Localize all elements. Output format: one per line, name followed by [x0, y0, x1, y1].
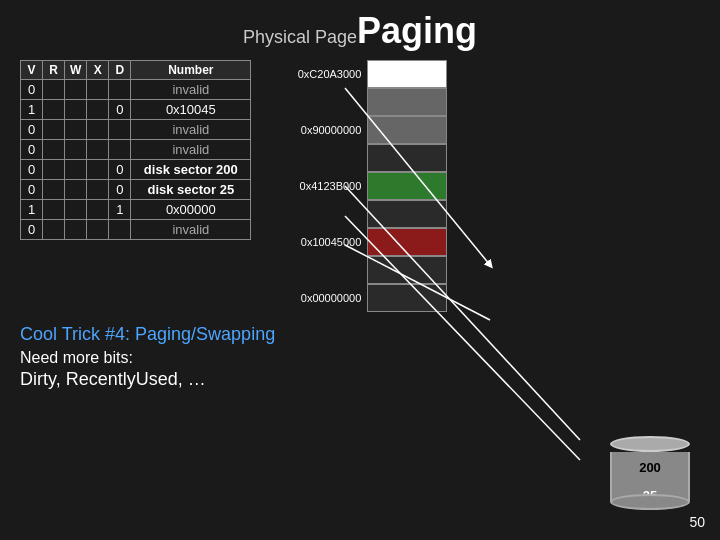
cell-v-6: 1	[21, 200, 43, 220]
col-header-number: Number	[131, 61, 251, 80]
cell-v-7: 0	[21, 220, 43, 240]
mem-block-3	[367, 144, 447, 172]
cell-r-3	[43, 140, 65, 160]
cell-v-0: 0	[21, 80, 43, 100]
bottom-section: Cool Trick #4: Paging/Swapping Need more…	[20, 324, 700, 390]
cylinder-section: 200 25	[610, 436, 690, 510]
memory-row: 0x4123B000	[271, 172, 447, 200]
dirty-line: Dirty, RecentlyUsed, …	[20, 369, 700, 390]
cell-w-4	[65, 160, 87, 180]
page-table-section: V R W X D Number 0invalid100x100450inval…	[20, 60, 251, 240]
page-number: 50	[689, 514, 705, 530]
cylinder: 200 25	[610, 436, 690, 510]
cell-number-7: invalid	[131, 220, 251, 240]
cell-v-3: 0	[21, 140, 43, 160]
cell-number-5: disk sector 25	[131, 180, 251, 200]
mem-block-8	[367, 284, 447, 312]
memory-row: 0xC20A3000	[271, 60, 447, 88]
mem-label-6: 0x10045000	[271, 236, 361, 248]
memory-row	[271, 88, 447, 116]
cell-x-4	[87, 160, 109, 180]
cell-d-2	[109, 120, 131, 140]
col-header-x: X	[87, 61, 109, 80]
mem-label-2: 0x90000000	[271, 124, 361, 136]
cell-number-3: invalid	[131, 140, 251, 160]
mem-block-0	[367, 60, 447, 88]
mem-block-6	[367, 228, 447, 256]
cell-d-1: 0	[109, 100, 131, 120]
mem-block-5	[367, 200, 447, 228]
memory-row	[271, 256, 447, 284]
cell-w-6	[65, 200, 87, 220]
memory-row: 0x00000000	[271, 284, 447, 312]
cylinder-top	[610, 436, 690, 452]
cell-d-4: 0	[109, 160, 131, 180]
cool-trick-line: Cool Trick #4: Paging/Swapping	[20, 324, 700, 345]
cell-d-5: 0	[109, 180, 131, 200]
cell-w-2	[65, 120, 87, 140]
cell-x-7	[87, 220, 109, 240]
cylinder-bottom	[610, 494, 690, 510]
cell-v-4: 0	[21, 160, 43, 180]
title-area: Physical PagePaging	[20, 10, 700, 52]
cell-r-0	[43, 80, 65, 100]
main-layout: V R W X D Number 0invalid100x100450inval…	[20, 60, 700, 312]
cell-number-6: 0x00000	[131, 200, 251, 220]
cool-trick-highlight: Paging/Swapping	[135, 324, 275, 344]
table-row: 110x00000	[21, 200, 251, 220]
cell-x-3	[87, 140, 109, 160]
cell-x-2	[87, 120, 109, 140]
cell-r-5	[43, 180, 65, 200]
table-row: 00disk sector 25	[21, 180, 251, 200]
memory-section: 0xC20A30000x900000000x4123B0000x10045000…	[271, 60, 447, 312]
table-row: 00disk sector 200	[21, 160, 251, 180]
cell-number-0: invalid	[131, 80, 251, 100]
cell-x-5	[87, 180, 109, 200]
table-row: 0invalid	[21, 120, 251, 140]
cell-d-3	[109, 140, 131, 160]
col-header-w: W	[65, 61, 87, 80]
cell-r-7	[43, 220, 65, 240]
cell-r-6	[43, 200, 65, 220]
cell-x-1	[87, 100, 109, 120]
page-table: V R W X D Number 0invalid100x100450inval…	[20, 60, 251, 240]
cylinder-label-200: 200	[639, 460, 661, 475]
cell-v-2: 0	[21, 120, 43, 140]
title-paging: Paging	[357, 10, 477, 51]
cell-d-7	[109, 220, 131, 240]
cell-number-2: invalid	[131, 120, 251, 140]
cell-v-1: 1	[21, 100, 43, 120]
cell-w-0	[65, 80, 87, 100]
col-header-r: R	[43, 61, 65, 80]
cell-r-1	[43, 100, 65, 120]
memory-row: 0x90000000	[271, 116, 447, 144]
cell-v-5: 0	[21, 180, 43, 200]
table-row: 0invalid	[21, 80, 251, 100]
table-row: 100x10045	[21, 100, 251, 120]
mem-block-7	[367, 256, 447, 284]
cell-r-2	[43, 120, 65, 140]
mem-block-1	[367, 88, 447, 116]
mem-label-4: 0x4123B000	[271, 180, 361, 192]
mem-block-4	[367, 172, 447, 200]
cell-w-7	[65, 220, 87, 240]
table-row: 0invalid	[21, 140, 251, 160]
cell-d-0	[109, 80, 131, 100]
cool-trick-prefix: Cool Trick #4:	[20, 324, 135, 344]
subtitle-physical: Physical Page	[243, 27, 357, 47]
cell-w-5	[65, 180, 87, 200]
need-more-line: Need more bits:	[20, 349, 700, 367]
page-container: Physical PagePaging V R W X D Number 0in…	[0, 0, 720, 540]
cell-x-6	[87, 200, 109, 220]
cell-w-3	[65, 140, 87, 160]
cell-r-4	[43, 160, 65, 180]
cell-x-0	[87, 80, 109, 100]
mem-label-8: 0x00000000	[271, 292, 361, 304]
col-header-v: V	[21, 61, 43, 80]
table-row: 0invalid	[21, 220, 251, 240]
mem-block-2	[367, 116, 447, 144]
cell-d-6: 1	[109, 200, 131, 220]
cell-number-4: disk sector 200	[131, 160, 251, 180]
cell-number-1: 0x10045	[131, 100, 251, 120]
memory-row: 0x10045000	[271, 228, 447, 256]
